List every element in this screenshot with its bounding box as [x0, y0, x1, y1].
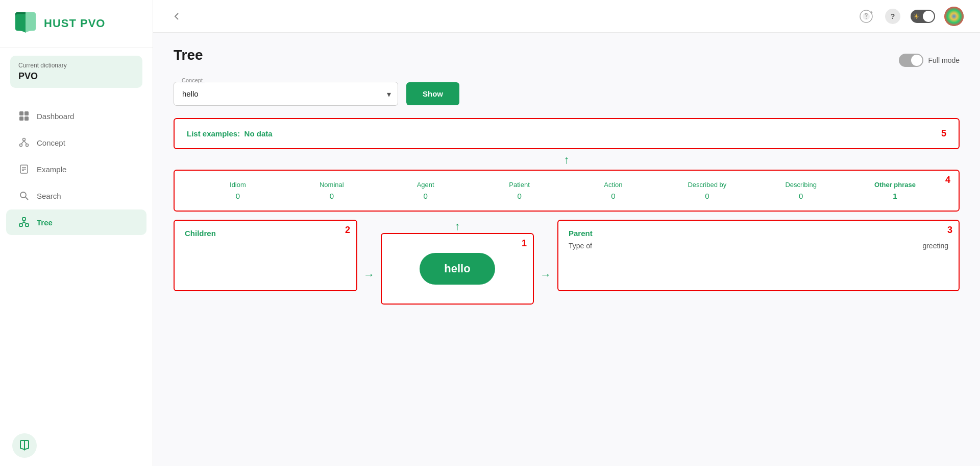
sidebar-bottom	[0, 425, 153, 466]
stats-box: 4 Idiom 0 Nominal 0 Agent 0	[174, 170, 960, 212]
stat-described-by-value: 0	[705, 192, 709, 200]
svg-text:?: ?	[891, 12, 895, 20]
hint-icon[interactable]: ✦	[857, 8, 875, 25]
svg-line-7	[21, 141, 24, 144]
stat-nominal: Nominal 0	[311, 181, 352, 200]
stat-other-phrase: Other phrase 1	[874, 181, 916, 200]
help-icon[interactable]: ?	[884, 8, 901, 25]
topbar-right: ✦ ? ☀	[857, 7, 964, 26]
page-content: Tree Full mode Concept hello ▾ Show Li	[153, 33, 980, 466]
list-examples-label: List examples:	[187, 129, 240, 138]
sidebar-item-tree-label: Tree	[37, 218, 53, 227]
node-area: 2 Children → ↑ 1 hello → 3 Parent Type	[174, 220, 960, 305]
sun-icon: ☀	[913, 12, 920, 20]
node-col-wrapper: ↑ 1 hello	[381, 220, 534, 305]
book-button[interactable]	[12, 433, 37, 458]
search-icon	[18, 190, 30, 201]
arrow-up-4-1: ↑	[455, 220, 460, 233]
svg-rect-16	[19, 224, 22, 226]
node-box: 1 hello	[381, 233, 534, 305]
concept-row: Concept hello ▾ Show	[174, 82, 960, 106]
full-mode-toggle-container: Full mode	[899, 54, 960, 67]
tree-icon	[18, 217, 30, 228]
svg-rect-15	[22, 218, 26, 220]
svg-rect-3	[24, 116, 29, 121]
concept-select-wrapper: Concept hello ▾	[174, 82, 398, 106]
parent-type-value: greeting	[922, 242, 948, 250]
example-icon	[18, 164, 30, 175]
arrow-up-5-4: ↑	[174, 153, 960, 167]
stat-describing: Describing 0	[780, 181, 821, 200]
dashboard-icon	[18, 110, 30, 122]
stat-agent-value: 0	[424, 192, 428, 200]
full-mode-toggle[interactable]	[899, 54, 923, 67]
arrow-node-to-parent: →	[534, 243, 557, 282]
svg-rect-2	[19, 116, 23, 121]
user-avatar[interactable]	[944, 7, 964, 26]
stat-described-by-label: Described by	[688, 181, 726, 189]
svg-line-14	[26, 197, 28, 200]
svg-point-27	[944, 7, 964, 26]
collapse-sidebar-button[interactable]	[169, 9, 184, 24]
stats-row: Idiom 0 Nominal 0 Agent 0 Patient 0	[191, 181, 942, 200]
stat-nominal-value: 0	[330, 192, 334, 200]
sidebar-item-tree[interactable]: Tree	[6, 209, 146, 235]
stat-action: Action 0	[593, 181, 633, 200]
stat-other-phrase-label: Other phrase	[874, 181, 916, 189]
svg-rect-17	[26, 224, 29, 226]
svg-point-5	[20, 144, 22, 147]
stat-agent-label: Agent	[417, 181, 434, 189]
parent-type-label: Type of	[569, 242, 592, 250]
svg-point-4	[23, 138, 26, 141]
concept-field-label: Concept	[180, 77, 205, 83]
stat-describing-label: Describing	[785, 181, 816, 189]
svg-rect-1	[24, 111, 29, 115]
logo-icon	[12, 10, 39, 37]
box-4-number: 4	[945, 175, 950, 185]
main-area: ✦ ? ☀	[153, 0, 980, 466]
sidebar-item-concept[interactable]: Concept	[6, 130, 146, 155]
show-button[interactable]: Show	[406, 82, 459, 105]
stat-nominal-label: Nominal	[320, 181, 344, 189]
nav-menu: Dashboard Concept	[0, 96, 153, 425]
current-dict-label: Current dictionary	[18, 62, 134, 69]
parent-type-row: Type of greeting	[569, 242, 948, 250]
stat-patient: Patient 0	[499, 181, 540, 200]
node-pill[interactable]: hello	[420, 253, 495, 285]
sidebar-item-concept-label: Concept	[37, 138, 65, 147]
children-title: Children	[185, 229, 346, 238]
stat-patient-label: Patient	[509, 181, 529, 189]
svg-point-6	[26, 144, 29, 147]
svg-line-8	[24, 141, 27, 144]
topbar: ✦ ? ☀	[153, 0, 980, 33]
full-mode-knob	[911, 55, 922, 66]
list-examples-text: List examples: No data	[187, 129, 273, 138]
svg-text:✦: ✦	[870, 10, 873, 15]
stat-agent: Agent 0	[405, 181, 446, 200]
current-dictionary-panel: Current dictionary PVO	[10, 56, 142, 88]
stat-action-label: Action	[604, 181, 622, 189]
stat-patient-value: 0	[517, 192, 521, 200]
sidebar-item-example[interactable]: Example	[6, 156, 146, 182]
stat-described-by: Described by 0	[687, 181, 727, 200]
app-title: HUST PVO	[44, 17, 105, 30]
list-examples-box: List examples: No data 5	[174, 118, 960, 149]
parent-box: 3 Parent Type of greeting	[557, 220, 960, 291]
concept-select[interactable]: hello	[174, 82, 398, 106]
stat-idiom-value: 0	[236, 192, 240, 200]
sidebar-item-search[interactable]: Search	[6, 183, 146, 208]
box-1-number: 1	[522, 238, 527, 249]
parent-title: Parent	[569, 229, 948, 238]
box-5-number: 5	[941, 128, 946, 139]
svg-point-23	[866, 18, 867, 19]
stat-idiom: Idiom 0	[217, 181, 258, 200]
svg-rect-0	[19, 111, 23, 115]
full-mode-label: Full mode	[928, 56, 960, 64]
stat-other-phrase-value: 1	[893, 192, 897, 200]
dark-mode-toggle[interactable]: ☀	[911, 10, 935, 23]
stat-describing-value: 0	[799, 192, 803, 200]
concept-icon	[18, 137, 30, 148]
toggle-knob	[923, 11, 934, 22]
sidebar-item-dashboard[interactable]: Dashboard	[6, 103, 146, 129]
logo-area: HUST PVO	[0, 0, 153, 48]
